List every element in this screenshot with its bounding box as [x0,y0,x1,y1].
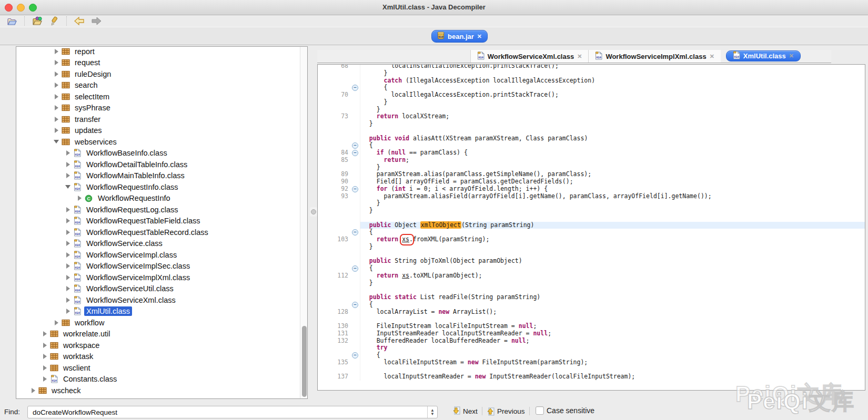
tree-item-workspace[interactable]: workspace [16,340,300,351]
collapsed-arrow-icon[interactable] [75,196,84,201]
find-history-stepper[interactable]: ▲▼ [427,406,437,418]
find-next-button[interactable]: Next [452,406,484,416]
tree-item-WorkflowServiceImpl.class[interactable]: 010WorkflowServiceImpl.class [16,249,300,261]
collapsed-arrow-icon[interactable] [52,105,60,110]
forward-icon[interactable] [90,16,102,26]
close-tab-icon[interactable]: ✕ [710,53,714,60]
collapsed-arrow-icon[interactable] [64,275,72,280]
collapsed-arrow-icon[interactable] [64,218,72,223]
tree-item-updates[interactable]: updates [16,125,300,137]
search-icon[interactable] [48,16,60,26]
collapsed-arrow-icon[interactable] [52,49,60,54]
tree-item-workrelate.util[interactable]: workrelate.util [16,329,300,340]
fold-collapse-icon[interactable]: − [350,142,360,149]
fold-column [350,193,360,200]
tree-item-worktask[interactable]: worktask [16,351,300,363]
editor-tab-WorkflowServiceXml.class[interactable]: 010WorkflowServiceXml.class✕ [470,50,589,63]
tree-item-WorkflowRequestTableRecord.class[interactable]: 010WorkflowRequestTableRecord.class [16,227,300,238]
collapsed-arrow-icon[interactable] [64,207,72,212]
tree-item-ruleDesign[interactable]: ruleDesign [16,68,300,80]
tree-item-WorkflowRequestTableField.class[interactable]: 010WorkflowRequestTableField.class [16,216,300,227]
collapsed-arrow-icon[interactable] [64,173,72,178]
fold-collapse-icon[interactable]: − [350,301,360,309]
tree-item-WorkflowMainTableInfo.class[interactable]: 010WorkflowMainTableInfo.class [16,170,300,182]
tree-item-selectItem[interactable]: selectItem [16,91,300,103]
field-link[interactable]: xs [402,272,409,279]
tree-item-Constants.class[interactable]: 010Constants.class [16,374,300,385]
field-link[interactable]: xs [402,235,409,243]
collapsed-arrow-icon[interactable] [64,230,72,235]
tree-item-WorkflowRequestInfo[interactable]: CWorkflowRequestInfo [16,193,300,204]
fold-column [350,106,360,114]
tree-item-wsclient[interactable]: wsclient [16,362,300,374]
find-input[interactable]: doCreateWorkflowRequest ▲▼ [27,406,438,418]
fold-collapse-icon[interactable]: − [350,186,360,193]
collapsed-arrow-icon[interactable] [64,263,72,269]
tree-item-WorkflowService.class[interactable]: 010WorkflowService.class [16,238,300,250]
collapsed-arrow-icon[interactable] [64,252,72,258]
tree-item-WorkflowServiceImplXml.class[interactable]: 010WorkflowServiceImplXml.class [16,272,300,283]
tree-item-WorkflowRequestLog.class[interactable]: 010WorkflowRequestLog.class [16,204,300,216]
case-sensitive-checkbox[interactable] [536,406,544,415]
collapsed-arrow-icon[interactable] [64,286,72,291]
collapsed-arrow-icon[interactable] [52,128,60,133]
class-icon: 010 [72,251,82,259]
collapsed-arrow-icon[interactable] [64,298,72,303]
tree-item-WorkflowServiceUtil.class[interactable]: 010WorkflowServiceUtil.class [16,283,300,295]
tree-item-XmlUtil.class[interactable]: 010XmlUtil.class [16,306,300,317]
collapsed-arrow-icon[interactable] [52,71,60,77]
tree-item-WorkflowRequestInfo.class[interactable]: 010WorkflowRequestInfo.class [16,181,300,193]
tree-item-sysPhrase[interactable]: sysPhrase [16,103,300,114]
editor-tab-XmlUtil.class[interactable]: 010XmlUtil.class✕ [726,50,801,62]
jar-tab-bean[interactable]: 010 bean.jar ✕ [431,30,488,43]
collapsed-arrow-icon[interactable] [52,94,60,99]
tree-item-report[interactable]: report [16,46,300,57]
code-text: { [360,84,865,91]
tree-item-label: WorkflowRequestInfo [96,193,173,203]
close-tab-icon[interactable]: ✕ [577,53,582,60]
tree-item-WorkflowDetailTableInfo.class[interactable]: 010WorkflowDetailTableInfo.class [16,159,300,170]
tree-item-wscheck[interactable]: wscheck [16,385,300,396]
fold-collapse-icon[interactable]: − [350,265,360,272]
tree-item-WorkflowServiceXml.class[interactable]: 010WorkflowServiceXml.class [16,294,300,306]
collapsed-arrow-icon[interactable] [52,320,60,325]
tree-item-search[interactable]: search [16,80,300,91]
tree-scrollbar-thumb[interactable] [302,326,307,397]
collapsed-arrow-icon[interactable] [29,388,37,393]
expanded-arrow-icon[interactable] [64,185,72,189]
class-file-icon: 010 [477,52,485,62]
expanded-arrow-icon[interactable] [52,140,60,144]
collapsed-arrow-icon[interactable] [41,343,49,348]
tree-item-webservices[interactable]: webservices [16,136,300,148]
fold-collapse-icon[interactable]: − [350,149,360,157]
tree-item-transfer[interactable]: transfer [16,114,300,125]
collapsed-arrow-icon[interactable] [52,60,60,65]
collapsed-arrow-icon[interactable] [64,309,72,314]
collapsed-arrow-icon[interactable] [41,376,49,382]
code-line-130: 130 FileInputStream localFileInputStream… [318,323,865,330]
panel-splitter[interactable] [310,207,317,217]
collapsed-arrow-icon[interactable] [52,117,60,122]
back-icon[interactable] [74,16,85,26]
fold-collapse-icon[interactable]: − [350,84,360,91]
open-file-icon[interactable] [6,16,18,26]
editor-tab-WorkflowServiceImplXml.class[interactable]: 010WorkflowServiceImplXml.class✕ [588,50,720,63]
close-jar-tab-icon[interactable]: ✕ [477,33,482,40]
open-type-icon[interactable] [32,16,43,26]
tree-item-workflow[interactable]: workflow [16,317,300,329]
collapsed-arrow-icon[interactable] [41,331,49,336]
fold-collapse-icon[interactable]: − [350,229,360,236]
tree-item-WorkflowBaseInfo.class[interactable]: 010WorkflowBaseInfo.class [16,148,300,159]
tree-scrollbar[interactable] [300,47,307,398]
tree-item-WorkflowServiceImplSec.class[interactable]: 010WorkflowServiceImplSec.class [16,261,300,272]
collapsed-arrow-icon[interactable] [41,365,49,371]
collapsed-arrow-icon[interactable] [64,162,72,167]
collapsed-arrow-icon[interactable] [52,83,60,88]
find-previous-button[interactable]: Previous [487,406,531,416]
collapsed-arrow-icon[interactable] [64,241,72,246]
collapsed-arrow-icon[interactable] [41,354,49,359]
tree-item-request[interactable]: request [16,57,300,69]
fold-collapse-icon[interactable]: − [350,352,360,359]
close-tab-icon[interactable]: ✕ [789,53,794,59]
collapsed-arrow-icon[interactable] [64,150,72,156]
